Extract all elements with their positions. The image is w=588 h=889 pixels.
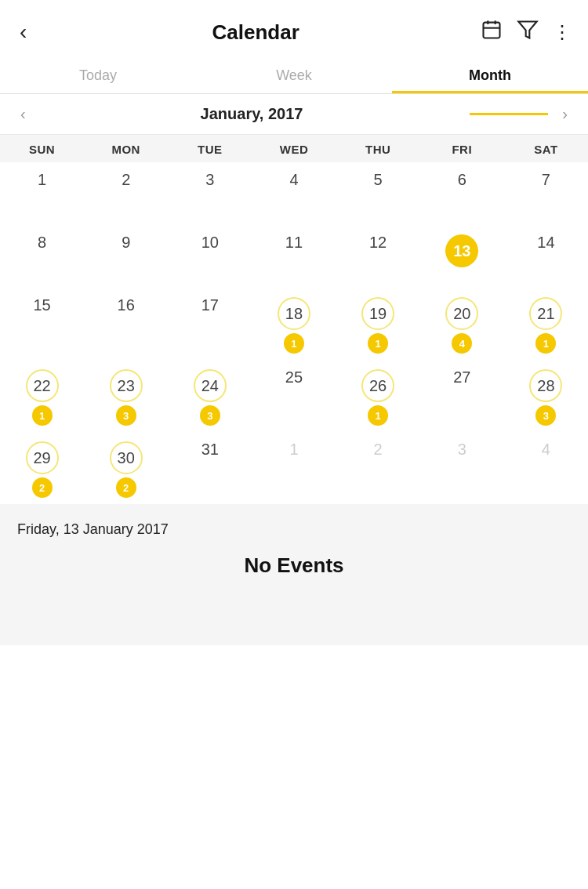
calendar-day-8[interactable]: 8	[0, 225, 84, 288]
calendar-day-27[interactable]: 27	[420, 360, 504, 432]
cell-day-number: 1	[289, 441, 298, 457]
cell-day-number: 2	[122, 172, 130, 187]
calendar-day-28[interactable]: 283	[504, 360, 588, 432]
cell-day-number: 10	[201, 234, 219, 250]
svg-rect-0	[484, 23, 500, 38]
cell-day-number: 23	[110, 369, 143, 402]
page-title: Calendar	[212, 20, 299, 45]
cell-day-number: 28	[529, 369, 562, 402]
day-header-fri: FRI	[420, 143, 504, 156]
day-header-mon: MON	[84, 143, 168, 156]
calendar-day-9[interactable]: 9	[84, 225, 168, 288]
calendar-icon[interactable]	[481, 19, 503, 45]
tab-week[interactable]: Week	[196, 56, 392, 93]
cell-day-number: 11	[285, 234, 303, 250]
calendar-grid: 1234567891011121314151617181191204211221…	[0, 162, 588, 504]
calendar-day-16[interactable]: 16	[84, 288, 168, 360]
cell-day-number: 12	[369, 234, 387, 250]
cell-day-number: 7	[542, 172, 550, 187]
cell-day-number: 6	[458, 172, 466, 187]
calendar-day-17[interactable]: 17	[168, 288, 252, 360]
day-headers: SUN MON TUE WED THU FRI SAT	[0, 135, 588, 162]
calendar-day-6[interactable]: 6	[420, 162, 504, 225]
cell-day-number: 26	[361, 369, 394, 402]
calendar-day-26[interactable]: 261	[336, 360, 420, 432]
svg-marker-4	[518, 22, 536, 38]
cell-day-number: 1	[38, 172, 46, 187]
back-button[interactable]: ‹	[16, 16, 31, 49]
cell-day-number: 5	[374, 172, 383, 187]
month-title: January, 2017	[201, 105, 303, 123]
cell-day-number: 22	[26, 369, 59, 402]
filter-icon[interactable]	[517, 19, 539, 45]
calendar-day-30[interactable]: 302	[84, 432, 168, 504]
event-count-badge: 1	[32, 405, 53, 426]
event-count-badge: 3	[535, 405, 556, 426]
event-count-badge: 2	[116, 477, 136, 498]
day-header-sat: SAT	[504, 143, 588, 156]
cell-day-number: 30	[110, 441, 143, 474]
calendar-day-5[interactable]: 5	[336, 162, 420, 225]
day-header-tue: TUE	[168, 143, 252, 156]
cell-day-number: 20	[445, 297, 478, 330]
month-navigation: ‹ January, 2017 ›	[0, 94, 588, 135]
cell-day-number: 18	[278, 297, 310, 330]
header-actions: ⋮	[481, 19, 572, 45]
month-nav-accent-line	[470, 113, 548, 115]
cell-day-number: 21	[529, 297, 562, 330]
prev-month-button[interactable]: ‹	[13, 102, 34, 126]
calendar-day-3[interactable]: 3	[168, 162, 252, 225]
day-header-thu: THU	[336, 143, 420, 156]
cell-day-number: 3	[458, 441, 466, 457]
calendar-day-31[interactable]: 31	[168, 432, 252, 504]
calendar-day-29[interactable]: 292	[0, 432, 84, 504]
calendar-day-22[interactable]: 221	[0, 360, 84, 432]
calendar-day-20[interactable]: 204	[420, 288, 504, 360]
calendar-day-12[interactable]: 12	[336, 225, 420, 288]
cell-day-number: 19	[361, 297, 394, 330]
calendar-day-13[interactable]: 13	[420, 225, 504, 288]
cell-day-number: 25	[285, 369, 303, 385]
next-month-button[interactable]: ›	[554, 102, 575, 126]
calendar-day-18[interactable]: 181	[252, 288, 336, 360]
calendar-day-11[interactable]: 11	[252, 225, 336, 288]
calendar-day-21[interactable]: 211	[504, 288, 588, 360]
cell-day-number: 29	[26, 441, 59, 474]
calendar-day-10[interactable]: 10	[168, 225, 252, 288]
calendar-day-next-2[interactable]: 2	[336, 432, 420, 504]
calendar-day-next-3[interactable]: 3	[420, 432, 504, 504]
cell-day-number: 16	[118, 297, 135, 313]
tab-today[interactable]: Today	[0, 56, 196, 93]
event-count-badge: 1	[535, 333, 556, 354]
calendar-day-19[interactable]: 191	[336, 288, 420, 360]
cell-day-number: 4	[289, 172, 298, 187]
cell-day-number: 9	[122, 234, 130, 250]
cell-day-number: 3	[205, 172, 214, 187]
tab-month[interactable]: Month	[392, 56, 588, 93]
calendar-day-2[interactable]: 2	[84, 162, 168, 225]
day-header-sun: SUN	[0, 143, 84, 156]
more-options-icon[interactable]: ⋮	[553, 21, 572, 43]
calendar-day-4[interactable]: 4	[252, 162, 336, 225]
cell-day-number: 8	[38, 234, 46, 250]
calendar-day-7[interactable]: 7	[504, 162, 588, 225]
event-count-badge: 1	[284, 333, 304, 354]
no-events-label: No Events	[17, 553, 571, 578]
selected-date-section: Friday, 13 January 2017 No Events	[0, 504, 588, 645]
event-count-badge: 1	[368, 333, 388, 354]
calendar-day-25[interactable]: 25	[252, 360, 336, 432]
calendar-day-24[interactable]: 243	[168, 360, 252, 432]
calendar-day-next-1[interactable]: 1	[252, 432, 336, 504]
cell-day-number: 4	[542, 441, 550, 457]
cell-day-number: 27	[453, 369, 470, 385]
calendar-day-15[interactable]: 15	[0, 288, 84, 360]
event-count-badge: 3	[116, 405, 136, 426]
calendar-day-23[interactable]: 233	[84, 360, 168, 432]
day-header-wed: WED	[252, 143, 336, 156]
calendar-day-next-4[interactable]: 4	[504, 432, 588, 504]
calendar-day-1[interactable]: 1	[0, 162, 84, 225]
cell-day-number: 15	[33, 297, 50, 313]
calendar-day-14[interactable]: 14	[504, 225, 588, 288]
cell-day-number: 31	[201, 441, 219, 457]
cell-day-number: 2	[374, 441, 383, 457]
